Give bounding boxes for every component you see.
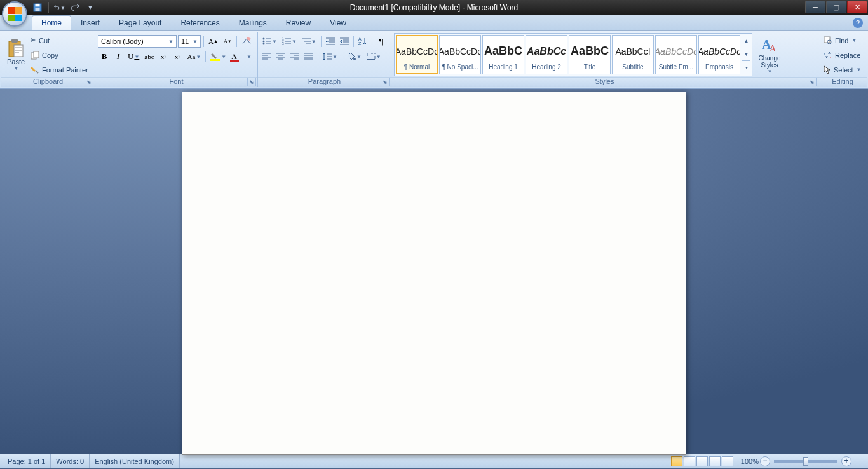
maximize-button[interactable]: ▢ bbox=[826, 1, 846, 13]
tab-view[interactable]: View bbox=[320, 15, 356, 30]
group-label-styles: Styles⬊ bbox=[391, 77, 818, 87]
svg-text:A: A bbox=[358, 37, 362, 41]
strikethrough-button[interactable]: abc bbox=[142, 50, 156, 63]
style-item-heading-1[interactable]: AaBbCHeading 1 bbox=[482, 35, 524, 74]
svg-text:b: b bbox=[829, 55, 831, 59]
svg-rect-8 bbox=[246, 37, 250, 41]
replace-button[interactable]: abReplace bbox=[821, 48, 864, 62]
view-outline-button[interactable] bbox=[709, 456, 721, 466]
paste-button[interactable]: Paste ▼ bbox=[4, 33, 28, 77]
office-logo-icon bbox=[8, 7, 22, 21]
view-full-screen-button[interactable] bbox=[684, 456, 695, 466]
tab-review[interactable]: Review bbox=[276, 15, 320, 30]
line-spacing-button[interactable]: ▼ bbox=[321, 50, 339, 63]
shrink-font-button[interactable]: A▼ bbox=[221, 35, 234, 48]
zoom-out-button[interactable]: − bbox=[760, 456, 770, 466]
gallery-up-icon[interactable]: ▲ bbox=[742, 35, 750, 48]
office-button[interactable] bbox=[2, 1, 27, 27]
copy-button[interactable]: Copy bbox=[28, 48, 91, 62]
close-button[interactable]: ✕ bbox=[847, 1, 867, 13]
paragraph-launcher[interactable]: ⬊ bbox=[381, 78, 390, 86]
align-left-button[interactable] bbox=[261, 50, 273, 63]
bold-button[interactable]: B bbox=[98, 50, 111, 63]
font-color-button[interactable]: A▼ bbox=[229, 50, 254, 63]
tab-references[interactable]: References bbox=[171, 15, 229, 30]
grow-font-button[interactable]: A▲ bbox=[207, 35, 220, 48]
zoom-in-button[interactable]: + bbox=[841, 456, 851, 466]
style-item-subtle-em-[interactable]: AaBbCcDcSubtle Em... bbox=[655, 35, 697, 74]
window-title: Document1 [Compatibility Mode] - Microso… bbox=[350, 3, 519, 12]
ribbon-tabs: Home Insert Page Layout References Maili… bbox=[0, 15, 868, 31]
tab-home[interactable]: Home bbox=[32, 15, 71, 30]
borders-button[interactable]: ▼ bbox=[365, 50, 383, 63]
select-button[interactable]: Select▼ bbox=[821, 63, 864, 77]
show-hide-button[interactable]: ¶ bbox=[375, 35, 388, 48]
subscript-button[interactable]: x2 bbox=[158, 50, 170, 63]
save-icon[interactable] bbox=[32, 2, 43, 13]
undo-icon[interactable]: ▼ bbox=[54, 2, 65, 13]
style-item--normal[interactable]: AaBbCcDc¶ Normal bbox=[396, 35, 438, 74]
gallery-more-icon[interactable]: ▾ bbox=[742, 61, 750, 74]
svg-line-62 bbox=[831, 43, 832, 45]
zoom-slider[interactable] bbox=[774, 460, 837, 463]
copy-icon bbox=[31, 51, 39, 60]
group-paragraph: ▼ 123▼ ▼ AZ ¶ ▼ ▼ ▼ bbox=[258, 32, 391, 87]
clipboard-launcher[interactable]: ⬊ bbox=[85, 78, 93, 86]
clear-formatting-button[interactable] bbox=[240, 35, 254, 48]
find-button[interactable]: Find▼ bbox=[821, 34, 864, 48]
superscript-button[interactable]: x2 bbox=[172, 50, 184, 63]
highlight-button[interactable]: ▼ bbox=[208, 50, 228, 63]
help-icon[interactable]: ? bbox=[853, 18, 863, 28]
status-bar: Page: 1 of 1 Words: 0 English (United Ki… bbox=[0, 454, 868, 468]
multilevel-list-button[interactable]: ▼ bbox=[300, 35, 318, 48]
view-print-layout-button[interactable] bbox=[671, 456, 682, 466]
style-item--no-spaci-[interactable]: AaBbCcDc¶ No Spaci... bbox=[439, 35, 481, 74]
align-right-button[interactable] bbox=[288, 50, 301, 63]
svg-rect-1 bbox=[36, 4, 40, 6]
tab-page-layout[interactable]: Page Layout bbox=[109, 15, 171, 30]
bullets-button[interactable]: ▼ bbox=[261, 35, 279, 48]
style-item-emphasis[interactable]: AaBbCcDcEmphasis bbox=[698, 35, 740, 74]
numbering-button[interactable]: 123▼ bbox=[280, 35, 299, 48]
increase-indent-button[interactable] bbox=[338, 35, 351, 48]
status-page[interactable]: Page: 1 of 1 bbox=[3, 454, 51, 468]
align-center-button[interactable] bbox=[275, 50, 287, 63]
change-styles-button[interactable]: AA Change Styles ▼ bbox=[752, 33, 787, 77]
style-item-subtitle[interactable]: AaBbCcISubtitle bbox=[612, 35, 654, 74]
cut-button[interactable]: ✂Cut bbox=[28, 34, 91, 48]
sort-button[interactable]: AZ bbox=[356, 35, 369, 48]
justify-button[interactable] bbox=[302, 50, 315, 63]
underline-button[interactable]: U▼ bbox=[126, 50, 141, 63]
redo-icon[interactable] bbox=[69, 2, 81, 13]
change-case-button[interactable]: Aa▼ bbox=[186, 50, 203, 63]
style-gallery: AaBbCcDc¶ NormalAaBbCcDc¶ No Spaci...AaB… bbox=[394, 33, 752, 76]
decrease-indent-button[interactable] bbox=[324, 35, 337, 48]
tab-mailings[interactable]: Mailings bbox=[229, 15, 276, 30]
style-item-heading-2[interactable]: AaBbCcHeading 2 bbox=[526, 35, 567, 74]
qat-customize-icon[interactable]: ▼ bbox=[85, 2, 96, 13]
zoom-level[interactable]: 100% bbox=[741, 458, 759, 465]
svg-rect-2 bbox=[36, 8, 40, 11]
gallery-scrollbar: ▲▼▾ bbox=[742, 35, 750, 74]
status-language[interactable]: English (United Kingdom) bbox=[90, 454, 180, 468]
italic-button[interactable]: I bbox=[112, 50, 125, 63]
zoom-thumb[interactable] bbox=[803, 457, 808, 466]
minimize-button[interactable]: ─ bbox=[805, 1, 825, 13]
styles-launcher[interactable]: ⬊ bbox=[808, 78, 817, 86]
shading-button[interactable]: ▼ bbox=[345, 50, 363, 63]
view-web-layout-button[interactable] bbox=[696, 456, 708, 466]
view-draft-button[interactable] bbox=[722, 456, 733, 466]
font-launcher[interactable]: ⬊ bbox=[247, 78, 256, 86]
group-editing: Find▼ abReplace Select▼ Editing bbox=[818, 32, 867, 87]
status-words[interactable]: Words: 0 bbox=[51, 454, 90, 468]
font-name-combo[interactable]: Calibri (Body)▼ bbox=[98, 35, 177, 48]
document-page[interactable] bbox=[182, 92, 686, 455]
tab-insert[interactable]: Insert bbox=[71, 15, 109, 30]
style-item-title[interactable]: AaBbCTitle bbox=[569, 35, 611, 74]
svg-rect-5 bbox=[14, 45, 23, 57]
gallery-down-icon[interactable]: ▼ bbox=[742, 48, 750, 62]
format-painter-button[interactable]: Format Painter bbox=[28, 63, 91, 77]
font-size-combo[interactable]: 11▼ bbox=[178, 35, 201, 48]
group-label-paragraph: Paragraph⬊ bbox=[258, 77, 391, 87]
document-area[interactable] bbox=[0, 89, 868, 454]
